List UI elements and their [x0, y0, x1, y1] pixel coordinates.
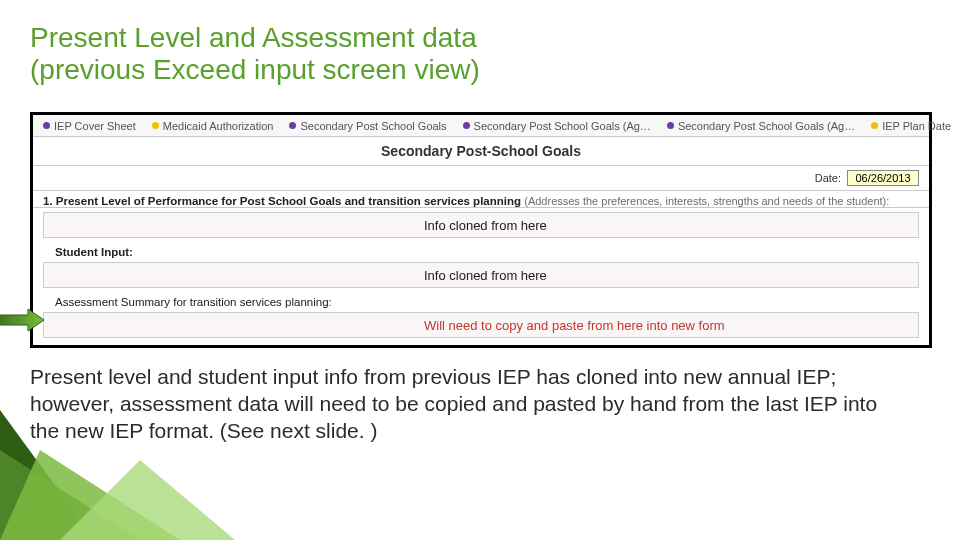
tab-label: Secondary Post School Goals (Ag…: [474, 120, 651, 132]
dot-icon: [43, 122, 50, 129]
dot-icon: [289, 122, 296, 129]
answer-present-level[interactable]: Info cloned from here: [43, 212, 919, 238]
screenshot-panel: IEP Cover Sheet Medicaid Authorization S…: [30, 112, 932, 348]
question-number: 1.: [43, 195, 53, 207]
question-1: 1. Present Level of Performance for Post…: [33, 191, 929, 208]
tab-label: Medicaid Authorization: [163, 120, 274, 132]
section-header: Secondary Post-School Goals: [33, 137, 929, 166]
tab-bar: IEP Cover Sheet Medicaid Authorization S…: [33, 115, 929, 137]
svg-marker-4: [60, 460, 235, 540]
question-label: Present Level of Performance for Post Sc…: [56, 195, 521, 207]
tab-secondary-post-school-goals-ag2[interactable]: Secondary Post School Goals (Ag…: [659, 115, 863, 137]
answer-text: Info cloned from here: [424, 268, 547, 283]
tab-label: IEP Cover Sheet: [54, 120, 136, 132]
answer-text: Will need to copy and paste from here in…: [424, 318, 725, 333]
tab-iep-plan-date[interactable]: IEP Plan Date: [863, 115, 959, 137]
dot-icon: [463, 122, 470, 129]
assessment-summary-label: Assessment Summary for transition servic…: [33, 294, 929, 308]
tab-label: Secondary Post School Goals: [300, 120, 446, 132]
answer-student-input[interactable]: Info cloned from here: [43, 262, 919, 288]
answer-text: Info cloned from here: [424, 218, 547, 233]
slide-title: Present Level and Assessment data (previ…: [30, 22, 480, 86]
body-text: Present level and student input info fro…: [30, 364, 900, 445]
tab-label: IEP Plan Date: [882, 120, 951, 132]
svg-marker-3: [0, 450, 180, 540]
tab-iep-cover-sheet[interactable]: IEP Cover Sheet: [35, 115, 144, 137]
tab-secondary-post-school-goals[interactable]: Secondary Post School Goals: [281, 115, 454, 137]
dot-icon: [667, 122, 674, 129]
slide-title-line2: (previous Exceed input screen view): [30, 54, 480, 85]
date-row: Date:: [33, 166, 929, 191]
dot-icon: [871, 122, 878, 129]
question-desc: (Addresses the preferences, interests, s…: [524, 195, 889, 207]
tab-secondary-post-school-goals-ag1[interactable]: Secondary Post School Goals (Ag…: [455, 115, 659, 137]
student-input-label: Student Input:: [33, 244, 929, 258]
dot-icon: [152, 122, 159, 129]
slide-title-line1: Present Level and Assessment data: [30, 22, 477, 53]
svg-marker-0: [0, 309, 44, 331]
tab-medicaid-authorization[interactable]: Medicaid Authorization: [144, 115, 282, 137]
date-label: Date:: [815, 172, 841, 184]
svg-marker-2: [0, 450, 140, 540]
tab-label: Secondary Post School Goals (Ag…: [678, 120, 855, 132]
green-arrow-icon: [0, 306, 46, 334]
answer-assessment-summary[interactable]: Will need to copy and paste from here in…: [43, 312, 919, 338]
date-input[interactable]: [847, 170, 919, 186]
